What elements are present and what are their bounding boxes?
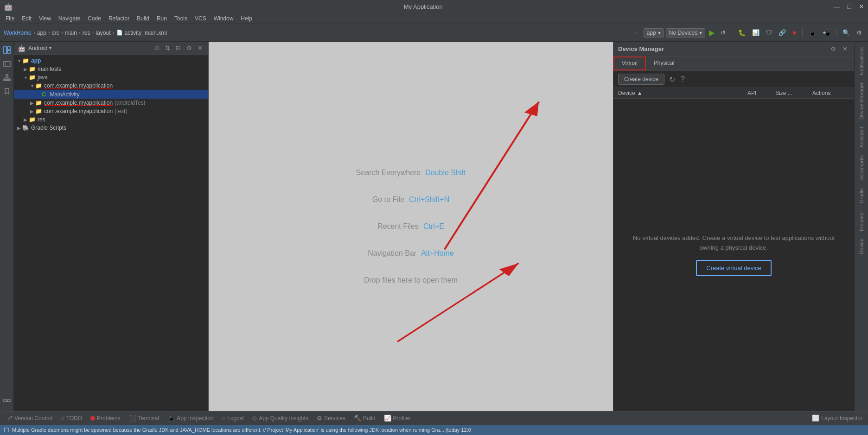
right-sidebar-emulator[interactable]: Emulator	[857, 207, 866, 235]
right-sidebar-gradle[interactable]: Gradle	[857, 184, 866, 207]
build-icon: 🔨	[354, 415, 361, 422]
hint-goto-label: Go to File	[372, 195, 404, 204]
breadcrumb-src[interactable]: src	[52, 30, 59, 36]
device-selector[interactable]: No Devices ▾	[666, 28, 705, 38]
menu-item-tools[interactable]: Tools	[171, 14, 191, 23]
sidebar-build-variants-icon[interactable]	[0, 394, 13, 407]
folder-icon-package-main: 📁	[35, 82, 42, 89]
project-settings-button[interactable]: ⚙	[185, 44, 194, 52]
tree-item-mainactivity[interactable]: C MainActivity	[14, 90, 208, 99]
menu-item-help[interactable]: Help	[237, 14, 256, 23]
tree-arrow-app: ▾	[16, 58, 22, 63]
bottom-bar-right: ⬜ Layout Inspector	[808, 414, 866, 422]
run-button[interactable]: ▶	[707, 27, 716, 38]
sidebar-structure-icon[interactable]	[0, 71, 13, 84]
bottom-tab-profiler[interactable]: 📈 Profiler	[380, 414, 415, 422]
dm-tab-virtual[interactable]: Virtual	[613, 57, 646, 70]
settings-button[interactable]: ⚙	[854, 28, 864, 38]
collapse-all-button[interactable]: ⊟	[174, 44, 183, 52]
breadcrumb-layout[interactable]: layout	[96, 30, 111, 36]
rerun-button[interactable]: ↺	[718, 28, 728, 38]
bottom-tab-logcat[interactable]: ≡ Logcat	[218, 414, 248, 422]
right-sidebar: Notifications Device Manager Assistant B…	[854, 42, 868, 411]
bottom-tab-problems[interactable]: Problems	[87, 414, 124, 422]
hint-search-shortcut: Double Shift	[425, 169, 466, 177]
tree-item-package-androidtest[interactable]: ▶ 📁 com.example.myapplication (androidTe…	[14, 99, 208, 107]
menu-item-edit[interactable]: Edit	[18, 14, 35, 23]
close-button[interactable]: ✕	[859, 3, 864, 10]
bottom-tab-version-control[interactable]: ⎇ Version Control	[2, 414, 56, 422]
menu-item-window[interactable]: Window	[210, 14, 237, 23]
right-sidebar-device-manager[interactable]: Device Manager	[857, 79, 866, 123]
menu-item-file[interactable]: File	[2, 14, 18, 23]
create-virtual-device-button[interactable]: Create virtual device	[696, 260, 772, 276]
svg-rect-15	[7, 400, 10, 402]
breadcrumb-file[interactable]: activity_main.xml	[125, 30, 167, 36]
sidebar-resource-manager-icon[interactable]	[0, 57, 13, 70]
create-device-button[interactable]: Create device	[618, 74, 664, 85]
hint-goto-shortcut: Ctrl+Shift+N	[409, 195, 449, 204]
bottom-tab-app-inspection[interactable]: 📱 App Inspection	[164, 414, 217, 422]
tree-item-package-test[interactable]: ▶ 📁 com.example.myapplication (test)	[14, 107, 208, 115]
tree-arrow-package-main: ▾	[29, 83, 35, 88]
svg-rect-1	[7, 47, 10, 50]
tree-item-package-main[interactable]: ▾ 📁 com.example.myapplication	[14, 82, 208, 90]
menu-item-code[interactable]: Code	[84, 14, 105, 23]
tree-item-app[interactable]: ▾ 📁 app	[14, 57, 208, 65]
run-config-selector[interactable]: app ▾	[644, 28, 664, 38]
device-manager-settings-button[interactable]: ⚙	[829, 44, 838, 53]
device-manager-close-button[interactable]: ✕	[841, 44, 849, 53]
right-sidebar-device[interactable]: Device	[857, 235, 866, 258]
dm-col-size-label: Size ...	[775, 90, 792, 96]
breadcrumb-res[interactable]: res	[83, 30, 90, 36]
profile-button[interactable]: 📊	[750, 28, 762, 38]
bottom-tab-terminal[interactable]: ⬛ Terminal	[125, 414, 163, 422]
project-view-selector[interactable]: Android ▾	[28, 45, 51, 51]
dm-col-device-header[interactable]: Device ▲	[618, 90, 747, 96]
sidebar-project-icon[interactable]	[0, 44, 13, 57]
hint-recent: Recent Files Ctrl+E	[377, 222, 444, 231]
project-close-button[interactable]: ✕	[196, 44, 204, 52]
stop-button[interactable]: ■	[790, 28, 798, 38]
scope-settings-button[interactable]: ⊙	[153, 44, 161, 52]
maximize-button[interactable]: □	[848, 3, 851, 10]
menu-item-build[interactable]: Build	[133, 14, 153, 23]
folder-icon-java: 📁	[29, 74, 36, 81]
back-button[interactable]: ←	[631, 28, 642, 38]
bottom-tab-todo[interactable]: ≡ TODO	[57, 414, 86, 422]
attach-button[interactable]: 🔗	[776, 28, 788, 38]
menu-item-run[interactable]: Run	[153, 14, 171, 23]
bottom-tab-layout-inspector[interactable]: ⬜ Layout Inspector	[808, 414, 866, 422]
right-sidebar-assistant[interactable]: Assistant	[857, 123, 866, 151]
breadcrumb-workhome[interactable]: WorkHome	[4, 30, 32, 36]
coverage-button[interactable]: 🛡	[764, 28, 774, 38]
search-button[interactable]: 🔍	[840, 28, 852, 38]
debug-button[interactable]: 🐛	[736, 28, 748, 38]
tree-label-gradle: Gradle Scripts	[31, 125, 66, 131]
sdk-manager-button[interactable]: 📱	[806, 28, 818, 38]
right-sidebar-notifications[interactable]: Notifications	[857, 44, 866, 79]
editor-area: Search Everywhere Double Shift Go to Fil…	[209, 42, 613, 411]
dm-help-button[interactable]: ?	[680, 74, 686, 84]
menu-item-vcs[interactable]: VCS	[191, 14, 210, 23]
avd-manager-button[interactable]: 📲	[820, 28, 832, 38]
tree-item-manifests[interactable]: ▶ 📁 manifests	[14, 65, 208, 73]
sidebar-bookmarks-icon[interactable]	[0, 85, 13, 98]
menu-item-navigate[interactable]: Navigate	[55, 14, 84, 23]
menu-item-refactor[interactable]: Refactor	[105, 14, 133, 23]
breadcrumb-app[interactable]: app	[37, 30, 46, 36]
bottom-tab-build[interactable]: 🔨 Build	[350, 414, 379, 422]
minimize-button[interactable]: —	[834, 3, 840, 10]
breadcrumb-main[interactable]: main	[65, 30, 77, 36]
tree-item-res[interactable]: ▶ 📁 res	[14, 115, 208, 124]
dm-refresh-button[interactable]: ↻	[668, 74, 676, 85]
bottom-tab-app-quality[interactable]: ◇ App Quality Insights	[249, 414, 312, 422]
right-sidebar-bookmarks[interactable]: Bookmarks	[857, 151, 866, 184]
tree-item-gradle[interactable]: ▶ 🐘 Gradle Scripts	[14, 124, 208, 132]
dm-tab-physical[interactable]: Physical	[646, 57, 683, 70]
status-bar-checkbox[interactable]: ☐	[4, 427, 9, 434]
sync-scroll-button[interactable]: ⇅	[163, 44, 172, 52]
tree-item-java[interactable]: ▾ 📁 java	[14, 73, 208, 82]
menu-item-view[interactable]: View	[35, 14, 55, 23]
bottom-tab-services[interactable]: ⚙ Services	[313, 414, 349, 422]
